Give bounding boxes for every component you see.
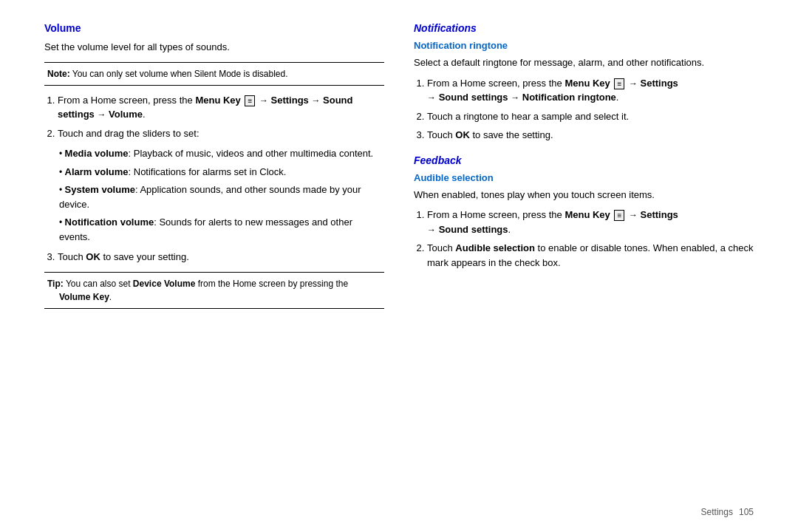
tip-text-before: You can also set <box>64 279 133 289</box>
ringtone-step-1: From a Home screen, press the Menu Key ≡… <box>427 76 754 105</box>
system-volume-bold: System volume <box>65 184 135 195</box>
ringtone-intro: Select a default ringtone for message, a… <box>414 55 754 70</box>
audible-intro: When enabled, tones play when you touch … <box>414 188 754 202</box>
ringtone-steps: From a Home screen, press the Menu Key ≡… <box>414 76 754 143</box>
arrow-4: → <box>629 210 638 220</box>
volume-step-2: Touch and drag the sliders to set: <box>58 126 384 141</box>
arrow-3: → <box>427 92 436 103</box>
arrow-2: → <box>629 78 638 89</box>
audible-selection-title: Audible selection <box>414 172 754 183</box>
alarm-volume-item: Alarm volume: Notifications for alarms s… <box>58 165 384 180</box>
feedback-title: Feedback <box>414 154 754 166</box>
right-column: Notifications Notification ringtone Sele… <box>414 22 754 499</box>
media-volume-item: Media volume: Playback of music, videos … <box>58 146 384 161</box>
alarm-volume-bold: Alarm volume <box>65 166 129 177</box>
system-volume-item: System volume: Application sounds, and o… <box>58 183 384 211</box>
volume-step-1: From a Home screen, press the Menu Key ≡… <box>58 93 384 122</box>
tip-text-after: . <box>109 292 112 302</box>
arrow-5: → <box>427 225 436 235</box>
volume-title: Volume <box>44 22 384 34</box>
menu-key-label-3: Menu Key <box>565 209 610 220</box>
menu-key-label-1: Menu Key <box>195 95 240 106</box>
note-label: Note: <box>47 69 70 79</box>
volume-key-bold: Volume Key <box>59 292 109 302</box>
page-number: 105 <box>739 507 754 517</box>
volume-steps: From a Home screen, press the Menu Key ≡… <box>44 93 384 141</box>
volume-intro: Set the volume level for all types of so… <box>44 40 384 55</box>
settings-path-2: Settings <box>641 78 678 89</box>
volume-step-3-list: Touch OK to save your setting. <box>44 250 384 265</box>
menu-key-label-2: Menu Key <box>565 78 610 89</box>
tip-text-mid: from the Home screen by pressing the <box>195 279 348 289</box>
sound-settings-audible: Sound settings <box>439 224 508 235</box>
ok-label-1: OK <box>86 251 100 262</box>
left-column: Volume Set the volume level for all type… <box>44 22 384 499</box>
settings-path-3: Settings <box>641 209 678 220</box>
device-volume-bold: Device Volume <box>133 279 195 289</box>
arrow-1: → <box>259 95 268 106</box>
media-volume-bold: Media volume <box>65 148 129 159</box>
footer-label: Settings <box>701 507 733 517</box>
menu-key-icon-3: ≡ <box>614 210 624 221</box>
menu-key-icon-1: ≡ <box>245 95 255 106</box>
tip-box: Tip: You can also set Device Volume from… <box>44 272 384 309</box>
ringtone-step-3: Touch OK to save the setting. <box>427 128 754 143</box>
tip-label: Tip: <box>47 279 64 289</box>
menu-key-icon-2: ≡ <box>614 78 624 89</box>
note-box: Note: You can only set volume when Silen… <box>44 62 384 86</box>
volume-bullet-list: Media volume: Playback of music, videos … <box>44 146 384 244</box>
audible-steps: From a Home screen, press the Menu Key ≡… <box>414 208 754 270</box>
ringtone-step-2: Touch a ringtone to hear a sample and se… <box>427 109 754 124</box>
audible-step-2: Touch Audible selection to enable or dis… <box>427 241 754 270</box>
notifications-title: Notifications <box>414 22 754 34</box>
notification-volume-item: Notification volume: Sounds for alerts t… <box>58 215 384 244</box>
audible-step-1: From a Home screen, press the Menu Key ≡… <box>427 208 754 236</box>
page: Volume Set the volume level for all type… <box>0 0 798 532</box>
note-text: You can only set volume when Silent Mode… <box>70 69 288 79</box>
audible-selection-bold: Audible selection <box>455 242 535 253</box>
volume-step-3: Touch OK to save your setting. <box>58 250 384 265</box>
notification-volume-bold: Notification volume <box>65 216 154 228</box>
sound-settings-notif: Sound settings → Notification ringtone <box>439 92 616 103</box>
footer: Settings 105 <box>44 499 754 517</box>
tip-volume-key: Volume Key. <box>47 292 112 302</box>
notification-ringtone-title: Notification ringtone <box>414 40 754 51</box>
ok-label-2: OK <box>455 129 470 140</box>
